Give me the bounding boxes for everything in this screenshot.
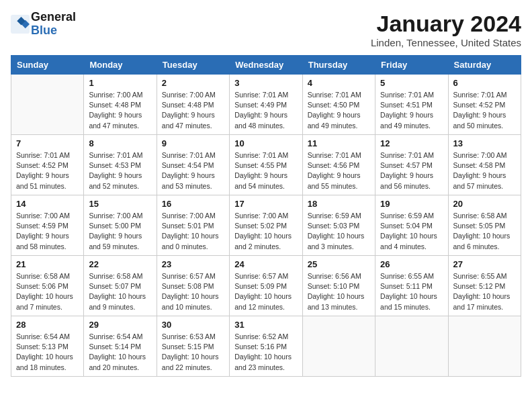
week-row-5: 28Sunrise: 6:54 AMSunset: 5:13 PMDayligh… [11, 316, 521, 377]
logo-line2: Blue [31, 24, 76, 38]
calendar-cell: 23Sunrise: 6:57 AMSunset: 5:08 PMDayligh… [157, 256, 229, 316]
day-number: 25 [308, 259, 370, 269]
day-info: Sunrise: 6:54 AMSunset: 5:13 PMDaylight:… [16, 332, 79, 373]
day-info: Sunrise: 6:55 AMSunset: 5:12 PMDaylight:… [453, 271, 516, 312]
day-number: 26 [380, 259, 443, 269]
calendar-cell: 15Sunrise: 7:00 AMSunset: 5:00 PMDayligh… [84, 195, 157, 256]
calendar-cell [375, 316, 448, 377]
day-number: 23 [162, 259, 224, 269]
day-info: Sunrise: 7:01 AMSunset: 4:54 PMDaylight:… [162, 150, 224, 191]
day-info: Sunrise: 7:01 AMSunset: 4:51 PMDaylight:… [380, 90, 443, 131]
week-row-4: 21Sunrise: 6:58 AMSunset: 5:06 PMDayligh… [11, 256, 521, 316]
day-info: Sunrise: 6:57 AMSunset: 5:09 PMDaylight:… [234, 271, 297, 312]
day-info: Sunrise: 7:00 AMSunset: 5:02 PMDaylight:… [234, 211, 297, 252]
calendar-cell: 18Sunrise: 6:59 AMSunset: 5:03 PMDayligh… [302, 195, 375, 256]
day-number: 3 [234, 78, 297, 88]
calendar-cell: 31Sunrise: 6:52 AMSunset: 5:16 PMDayligh… [230, 316, 302, 377]
day-info: Sunrise: 7:01 AMSunset: 4:55 PMDaylight:… [234, 150, 297, 191]
day-number: 27 [453, 259, 516, 269]
day-number: 14 [16, 199, 79, 209]
day-number: 5 [380, 78, 443, 88]
calendar-cell: 3Sunrise: 7:01 AMSunset: 4:49 PMDaylight… [230, 75, 302, 135]
day-number: 4 [308, 78, 370, 88]
day-number: 28 [16, 320, 79, 330]
day-info: Sunrise: 6:57 AMSunset: 5:08 PMDaylight:… [162, 271, 224, 312]
day-number: 17 [234, 199, 297, 209]
day-info: Sunrise: 7:00 AMSunset: 5:00 PMDaylight:… [89, 211, 151, 252]
title-block: January 2024 Linden, Tennessee, United S… [371, 11, 521, 48]
calendar-cell: 13Sunrise: 7:00 AMSunset: 4:58 PMDayligh… [448, 135, 521, 195]
week-row-2: 7Sunrise: 7:01 AMSunset: 4:52 PMDaylight… [11, 135, 521, 195]
day-info: Sunrise: 7:01 AMSunset: 4:57 PMDaylight:… [380, 150, 443, 191]
day-info: Sunrise: 6:58 AMSunset: 5:07 PMDaylight:… [89, 271, 151, 312]
day-number: 30 [162, 320, 224, 330]
day-info: Sunrise: 6:54 AMSunset: 5:14 PMDaylight:… [89, 332, 151, 373]
day-number: 10 [234, 138, 297, 148]
weekday-header-saturday: Saturday [448, 56, 521, 75]
calendar-cell: 25Sunrise: 6:56 AMSunset: 5:10 PMDayligh… [302, 256, 375, 316]
calendar-cell: 1Sunrise: 7:00 AMSunset: 4:48 PMDaylight… [84, 75, 157, 135]
day-info: Sunrise: 7:01 AMSunset: 4:49 PMDaylight:… [234, 90, 297, 131]
week-row-3: 14Sunrise: 7:00 AMSunset: 4:59 PMDayligh… [11, 195, 521, 256]
day-number: 12 [380, 138, 443, 148]
calendar-cell: 14Sunrise: 7:00 AMSunset: 4:59 PMDayligh… [11, 195, 84, 256]
day-info: Sunrise: 7:01 AMSunset: 4:52 PMDaylight:… [453, 90, 516, 131]
day-info: Sunrise: 7:00 AMSunset: 4:58 PMDaylight:… [453, 150, 516, 191]
weekday-header-sunday: Sunday [11, 56, 84, 75]
weekday-header-wednesday: Wednesday [230, 56, 302, 75]
calendar-cell: 10Sunrise: 7:01 AMSunset: 4:55 PMDayligh… [230, 135, 302, 195]
calendar-cell: 29Sunrise: 6:54 AMSunset: 5:14 PMDayligh… [84, 316, 157, 377]
day-number: 21 [16, 259, 79, 269]
calendar-cell: 11Sunrise: 7:01 AMSunset: 4:56 PMDayligh… [302, 135, 375, 195]
logo-icon [11, 15, 30, 34]
calendar-cell: 30Sunrise: 6:53 AMSunset: 5:15 PMDayligh… [157, 316, 229, 377]
calendar-cell: 28Sunrise: 6:54 AMSunset: 5:13 PMDayligh… [11, 316, 84, 377]
page-header: General Blue January 2024 Linden, Tennes… [11, 11, 521, 48]
day-number: 24 [234, 259, 297, 269]
calendar-cell: 22Sunrise: 6:58 AMSunset: 5:07 PMDayligh… [84, 256, 157, 316]
logo-line1: General [31, 11, 76, 24]
day-info: Sunrise: 6:58 AMSunset: 5:06 PMDaylight:… [16, 271, 79, 312]
day-info: Sunrise: 7:00 AMSunset: 4:48 PMDaylight:… [89, 90, 151, 131]
weekday-header-friday: Friday [375, 56, 448, 75]
calendar-cell: 26Sunrise: 6:55 AMSunset: 5:11 PMDayligh… [375, 256, 448, 316]
calendar-cell: 27Sunrise: 6:55 AMSunset: 5:12 PMDayligh… [448, 256, 521, 316]
day-number: 19 [380, 199, 443, 209]
day-number: 31 [234, 320, 297, 330]
day-number: 18 [308, 199, 370, 209]
calendar-cell: 17Sunrise: 7:00 AMSunset: 5:02 PMDayligh… [230, 195, 302, 256]
day-number: 9 [162, 138, 224, 148]
calendar-cell: 24Sunrise: 6:57 AMSunset: 5:09 PMDayligh… [230, 256, 302, 316]
day-number: 6 [453, 78, 516, 88]
calendar-cell: 21Sunrise: 6:58 AMSunset: 5:06 PMDayligh… [11, 256, 84, 316]
day-number: 13 [453, 138, 516, 148]
day-number: 2 [162, 78, 224, 88]
calendar-cell: 7Sunrise: 7:01 AMSunset: 4:52 PMDaylight… [11, 135, 84, 195]
day-info: Sunrise: 7:01 AMSunset: 4:53 PMDaylight:… [89, 150, 151, 191]
day-info: Sunrise: 7:01 AMSunset: 4:56 PMDaylight:… [308, 150, 370, 191]
calendar-cell: 12Sunrise: 7:01 AMSunset: 4:57 PMDayligh… [375, 135, 448, 195]
calendar-cell: 19Sunrise: 6:59 AMSunset: 5:04 PMDayligh… [375, 195, 448, 256]
calendar-cell: 8Sunrise: 7:01 AMSunset: 4:53 PMDaylight… [84, 135, 157, 195]
day-number: 16 [162, 199, 224, 209]
day-info: Sunrise: 6:59 AMSunset: 5:04 PMDaylight:… [380, 211, 443, 252]
calendar-cell: 20Sunrise: 6:58 AMSunset: 5:05 PMDayligh… [448, 195, 521, 256]
calendar-cell [11, 75, 84, 135]
calendar-cell: 5Sunrise: 7:01 AMSunset: 4:51 PMDaylight… [375, 75, 448, 135]
day-info: Sunrise: 7:01 AMSunset: 4:50 PMDaylight:… [308, 90, 370, 131]
week-row-1: 1Sunrise: 7:00 AMSunset: 4:48 PMDaylight… [11, 75, 521, 135]
calendar-cell: 4Sunrise: 7:01 AMSunset: 4:50 PMDaylight… [302, 75, 375, 135]
calendar-cell: 6Sunrise: 7:01 AMSunset: 4:52 PMDaylight… [448, 75, 521, 135]
day-info: Sunrise: 6:59 AMSunset: 5:03 PMDaylight:… [308, 211, 370, 252]
calendar-cell: 2Sunrise: 7:00 AMSunset: 4:48 PMDaylight… [157, 75, 229, 135]
location: Linden, Tennessee, United States [371, 37, 521, 48]
weekday-header-row: SundayMondayTuesdayWednesdayThursdayFrid… [11, 56, 521, 75]
calendar-cell [302, 316, 375, 377]
weekday-header-thursday: Thursday [302, 56, 375, 75]
day-number: 8 [89, 138, 151, 148]
day-info: Sunrise: 6:52 AMSunset: 5:16 PMDaylight:… [234, 332, 297, 373]
calendar-table: SundayMondayTuesdayWednesdayThursdayFrid… [11, 55, 521, 377]
day-info: Sunrise: 7:00 AMSunset: 4:59 PMDaylight:… [16, 211, 79, 252]
day-info: Sunrise: 6:53 AMSunset: 5:15 PMDaylight:… [162, 332, 224, 373]
day-info: Sunrise: 6:55 AMSunset: 5:11 PMDaylight:… [380, 271, 443, 312]
